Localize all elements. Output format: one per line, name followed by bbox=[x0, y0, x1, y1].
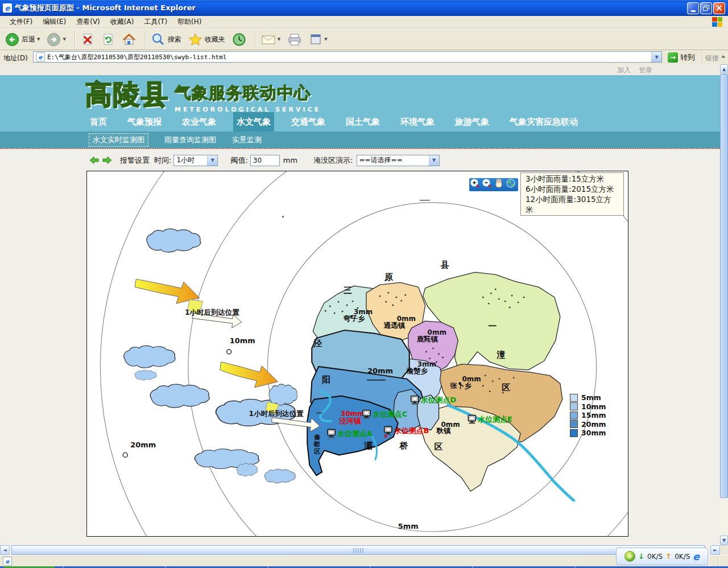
station-label: 水位测点A bbox=[337, 429, 373, 438]
search-button[interactable]: 搜索 bbox=[150, 31, 183, 48]
nav-tab-3[interactable]: 水文气象 bbox=[233, 112, 274, 131]
edit-dropdown-icon[interactable]: ▼ bbox=[324, 37, 327, 42]
legend-swatch bbox=[570, 402, 578, 410]
menu-item-0[interactable]: 文件(F) bbox=[5, 16, 38, 28]
nav-tab-8[interactable]: 气象灾害应急联动 bbox=[506, 112, 581, 131]
print-button[interactable] bbox=[286, 31, 304, 48]
menu-item-2[interactable]: 查看(V) bbox=[71, 16, 105, 28]
links-label[interactable]: 链接 bbox=[705, 53, 719, 63]
contour-20mm-marker bbox=[123, 452, 127, 457]
mail-dropdown-icon[interactable]: ▼ bbox=[278, 37, 280, 42]
menu-item-5[interactable]: 帮助(H) bbox=[172, 16, 206, 28]
map-zoom-in-icon[interactable] bbox=[471, 179, 479, 187]
chevron-down-icon[interactable]: ▼ bbox=[207, 155, 217, 166]
address-dropdown-icon[interactable]: ▼ bbox=[651, 52, 661, 62]
logo-title: 气象服务联动中心 bbox=[175, 82, 321, 105]
back-button[interactable]: 后退 ▼ bbox=[3, 31, 42, 48]
time-select[interactable]: 1小时 ▼ bbox=[173, 155, 218, 166]
nav-tab-2[interactable]: 农业气象 bbox=[179, 112, 220, 131]
page-viewport: 加入 登录 高陵县 气象服务联动中心 METEOROLOGICAL SERVIC… bbox=[0, 64, 720, 545]
nav-tab-0[interactable]: 首页 bbox=[86, 112, 110, 131]
rainfall-legend: 5mm10mm15mm20mm30mm bbox=[570, 393, 606, 438]
nav-tab-4[interactable]: 交通气象 bbox=[288, 112, 329, 131]
subnav-item-2[interactable]: 实景监测 bbox=[232, 135, 262, 145]
neighbor-label: 灞 bbox=[363, 441, 373, 451]
neighbor-label: 三 bbox=[344, 285, 352, 295]
go-button[interactable]: → 转到 bbox=[665, 51, 697, 63]
favorites-button[interactable]: 收藏夹 bbox=[187, 31, 227, 48]
map-zoom-out-icon[interactable] bbox=[483, 179, 491, 187]
prev-arrow-button[interactable] bbox=[89, 156, 99, 164]
scroll-left-button[interactable]: ◄ bbox=[0, 545, 10, 555]
links-chevron-icon[interactable]: » bbox=[721, 53, 725, 60]
next-arrow-button[interactable] bbox=[102, 156, 112, 164]
close-button[interactable]: × bbox=[713, 2, 725, 14]
forward-dropdown-icon[interactable]: ▼ bbox=[63, 37, 65, 42]
neighbor-label: 泾 bbox=[313, 338, 322, 348]
legend-label: 20mm bbox=[581, 420, 606, 429]
go-arrow-icon: → bbox=[668, 52, 678, 63]
menu-item-3[interactable]: 收藏(A) bbox=[105, 16, 139, 28]
back-icon bbox=[5, 32, 19, 47]
refresh-button[interactable] bbox=[100, 31, 117, 48]
account-row: 加入 登录 bbox=[0, 64, 720, 75]
stop-icon bbox=[81, 32, 94, 47]
address-bar: 地址(D) e E:\气象台\原型20110530\原型20110530\swy… bbox=[0, 50, 728, 65]
scroll-up-button[interactable]: ▲ bbox=[720, 64, 728, 73]
nav-tab-7[interactable]: 旅游气象 bbox=[452, 112, 493, 131]
station-label: 水位测点D bbox=[420, 396, 457, 404]
legend-label: 5mm bbox=[581, 393, 601, 402]
neighbor-label: 都 bbox=[313, 441, 320, 448]
controls-row: 报警设置 时间: 1小时 ▼ 阀值: 30 mm 淹没区演示: ==请选择== … bbox=[0, 150, 720, 171]
360-safety-icon[interactable]: + bbox=[624, 551, 635, 562]
flood-demo-select[interactable]: ==请选择== ▼ bbox=[357, 155, 440, 166]
edit-button[interactable]: ▼ bbox=[307, 31, 329, 48]
hydrology-map: 1小时后到达位置 1小时后到达位置 5mm 10mm 20mm 三 原 县 泾 bbox=[87, 171, 628, 536]
login-link[interactable]: 登录 bbox=[639, 65, 652, 75]
back-dropdown-icon[interactable]: ▼ bbox=[37, 37, 40, 42]
flood-demo-label: 淹没区演示: bbox=[313, 155, 353, 166]
nav-tab-5[interactable]: 国土气象 bbox=[342, 112, 383, 131]
legend-swatch bbox=[570, 411, 578, 419]
scroll-right-button[interactable]: ► bbox=[710, 545, 720, 555]
toolbar-separator bbox=[255, 31, 256, 47]
ie-shortcut-icon[interactable]: e bbox=[693, 551, 700, 562]
horizontal-scrollbar[interactable]: ◄ ► bbox=[0, 545, 720, 555]
menu-item-1[interactable]: 编辑(E) bbox=[38, 16, 71, 28]
neighbor-label: 区 bbox=[435, 442, 443, 452]
home-button[interactable] bbox=[120, 31, 138, 48]
forward-button[interactable]: ▼ bbox=[45, 31, 67, 48]
address-input[interactable]: e E:\气象台\原型20110530\原型20110530\swyb-list… bbox=[33, 51, 662, 63]
district-name: 鹿苑镇 bbox=[416, 335, 439, 343]
legend-row-2: 15mm bbox=[570, 411, 606, 420]
threshold-input[interactable]: 30 bbox=[250, 155, 280, 166]
subnav-item-1[interactable]: 雨量查询监测图 bbox=[164, 135, 216, 145]
subnav-item-0[interactable]: 水文实时监测图 bbox=[89, 133, 148, 147]
windows-flag-icon bbox=[712, 17, 722, 27]
map-globe-icon[interactable] bbox=[507, 179, 515, 187]
chevron-down-icon[interactable]: ▼ bbox=[429, 155, 439, 166]
map-canvas[interactable]: 1小时后到达位置 1小时后到达位置 5mm 10mm 20mm 三 原 县 泾 bbox=[86, 171, 628, 537]
ie-window-icon: e bbox=[3, 3, 12, 13]
site-header: 高陵县 气象服务联动中心 METEOROLOGICAL SERVICE 首页气象… bbox=[0, 75, 720, 131]
neighbor-label: 一 bbox=[488, 321, 497, 331]
restore-button[interactable] bbox=[700, 2, 712, 14]
mail-button[interactable]: ▼ bbox=[259, 31, 282, 48]
vertical-scrollbar[interactable]: ▲ ▼ bbox=[720, 64, 728, 545]
threshold-unit: mm bbox=[283, 156, 297, 164]
stop-button[interactable] bbox=[79, 31, 96, 48]
scroll-down-button[interactable]: ▼ bbox=[720, 536, 728, 545]
download-speed: 0K/S bbox=[647, 553, 663, 561]
nav-tab-1[interactable]: 气象预报 bbox=[124, 112, 165, 131]
status-separator bbox=[718, 557, 719, 565]
map-pan-hand-icon[interactable] bbox=[496, 179, 502, 187]
join-link[interactable]: 加入 bbox=[617, 65, 631, 75]
vertical-scroll-thumb[interactable] bbox=[720, 74, 728, 498]
nav-tab-6[interactable]: 环境气象 bbox=[397, 112, 438, 131]
horizontal-scroll-thumb[interactable] bbox=[11, 545, 705, 555]
history-button[interactable] bbox=[230, 31, 248, 48]
neighbor-label: 桥 bbox=[399, 441, 408, 451]
neighbor-label: 区 bbox=[502, 382, 510, 393]
menu-item-4[interactable]: 工具(T) bbox=[139, 16, 172, 28]
minimize-button[interactable] bbox=[687, 2, 699, 14]
